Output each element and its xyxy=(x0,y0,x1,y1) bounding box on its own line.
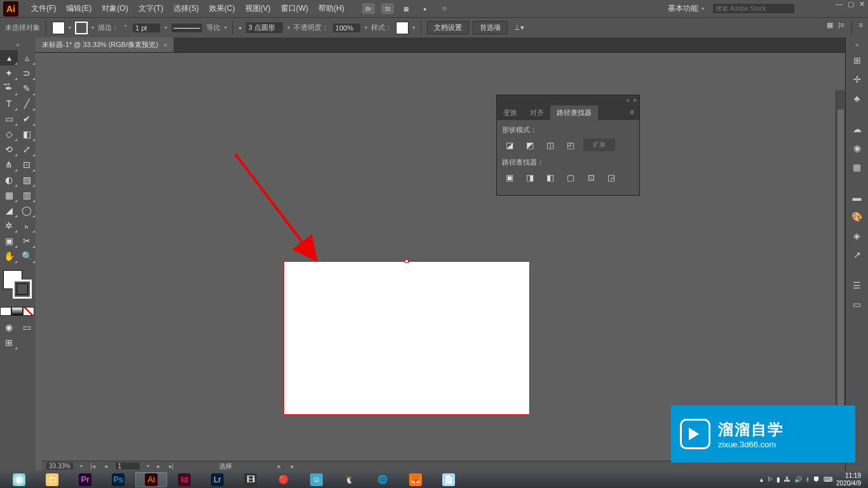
tab-transform[interactable]: 变换 xyxy=(497,105,524,120)
zoom-field[interactable]: 33.33% xyxy=(46,462,74,470)
tray-flag-icon[interactable]: ⚐ xyxy=(767,476,773,483)
tab-close-icon[interactable]: × xyxy=(163,41,167,49)
zoom-tool[interactable]: 🔍 xyxy=(18,248,36,264)
rectangle-tool[interactable]: ▭ xyxy=(0,111,18,126)
brushes-panel-icon[interactable]: ✢ xyxy=(850,72,864,86)
taskbar-app-indesign[interactable]: Id xyxy=(168,472,200,487)
profile-field[interactable] xyxy=(171,23,203,33)
paintbrush-tool[interactable]: ✔ xyxy=(18,111,36,126)
line-tool[interactable]: ╱ xyxy=(18,96,36,111)
color-mode-icon[interactable] xyxy=(0,307,11,316)
arrange-docs-icon[interactable]: ▦ xyxy=(400,3,413,14)
crop-button[interactable]: ▢ xyxy=(563,171,578,184)
selection-tool[interactable]: ▴ xyxy=(0,50,18,65)
taskbar-app-download[interactable]: 🔴 xyxy=(268,472,299,487)
tab-align[interactable]: 对齐 xyxy=(524,105,550,120)
cc-libraries-icon[interactable]: ☁ xyxy=(850,122,864,136)
transform-panel-icon[interactable]: ▦ xyxy=(827,21,833,35)
gradient-mode-icon[interactable] xyxy=(11,307,23,316)
slice-tool[interactable]: ✂ xyxy=(18,233,36,248)
lasso-tool[interactable]: ⊃ xyxy=(18,65,36,81)
free-transform-tool[interactable]: ⊡ xyxy=(18,157,36,172)
shaper-tool[interactable]: ◇ xyxy=(0,126,18,142)
minimize-icon[interactable]: — xyxy=(836,0,843,8)
sync-icon[interactable]: ⟳ xyxy=(438,3,451,14)
taskbar-app-premiere[interactable]: Pr xyxy=(69,472,101,487)
symbol-sprayer-tool[interactable]: ✲ xyxy=(0,218,18,233)
taskbar-app-chrome[interactable]: 🌐 xyxy=(367,472,398,487)
tab-pathfinder[interactable]: 路径查找器 xyxy=(550,105,598,120)
graph-tool[interactable]: ₕ xyxy=(18,218,36,233)
divide-button[interactable]: ▣ xyxy=(502,171,517,184)
taskbar-app-browser[interactable]: ◐ xyxy=(3,472,35,487)
type-tool[interactable]: T xyxy=(0,96,18,111)
chevron-down-icon[interactable]: ▾ xyxy=(702,6,704,11)
workspace-label[interactable]: 基本功能 xyxy=(668,3,698,14)
taskbar-app-lightroom[interactable]: Lr xyxy=(201,472,233,487)
maximize-icon[interactable]: ▢ xyxy=(848,0,854,8)
taskbar-app-qq[interactable]: 🐧 xyxy=(334,472,365,487)
minus-back-button[interactable]: ◲ xyxy=(604,171,619,184)
stroke-weight-field[interactable]: 1 pt xyxy=(132,23,161,33)
next-artboard-icon[interactable]: ▸ xyxy=(156,463,161,470)
tray-volume-icon[interactable]: 🔊 xyxy=(794,476,802,483)
direct-selection-tool[interactable]: ▵ xyxy=(18,50,36,65)
taskbar-app-photoshop[interactable]: Ps xyxy=(102,472,134,487)
bridge-icon[interactable]: Br xyxy=(362,3,375,14)
eyedropper-tool[interactable]: ◢ xyxy=(0,203,18,218)
export-panel-icon[interactable]: ↗ xyxy=(850,248,864,262)
exclude-button[interactable]: ◰ xyxy=(563,139,578,151)
color-panel-icon[interactable]: ◉ xyxy=(850,141,864,155)
menu-select[interactable]: 选择(S) xyxy=(168,3,204,14)
align-to-icon[interactable]: ⊥▾ xyxy=(514,24,524,32)
menu-effect[interactable]: 效果(C) xyxy=(204,3,240,14)
first-artboard-icon[interactable]: |◂ xyxy=(89,463,97,470)
screen-mode-icon[interactable]: ▭ xyxy=(18,320,36,335)
taskbar-app-notes[interactable]: 📄 xyxy=(433,472,465,487)
close-icon[interactable]: ✕ xyxy=(859,0,865,8)
gpu-icon[interactable]: ▸ xyxy=(419,3,432,14)
tray-up-icon[interactable]: ▴ xyxy=(760,476,763,483)
vertical-scrollbar[interactable] xyxy=(836,90,845,444)
draw-mode-icon[interactable]: ◉ xyxy=(0,320,18,335)
artboard[interactable] xyxy=(283,261,530,415)
outline-button[interactable]: ⊡ xyxy=(583,171,599,184)
menu-help[interactable]: 帮助(H) xyxy=(313,3,349,14)
taskbar-app-firefox[interactable]: 🦊 xyxy=(400,472,431,487)
scale-tool[interactable]: ⤢ xyxy=(18,142,36,157)
opacity-field[interactable]: 100% xyxy=(332,23,361,33)
gradient-tool[interactable]: ▥ xyxy=(18,187,36,203)
mesh-tool[interactable]: ▦ xyxy=(0,187,18,203)
stroke-link-icon[interactable]: ⌃ xyxy=(123,24,128,32)
align-panel-icon[interactable]: |≡ xyxy=(838,21,844,35)
menu-object[interactable]: 对象(O) xyxy=(97,3,133,14)
menu-file[interactable]: 文件(F) xyxy=(26,3,61,14)
properties-panel-icon[interactable]: ⊞ xyxy=(850,53,864,67)
tray-battery-icon[interactable]: ▮ xyxy=(776,476,780,483)
artboard-nav-field[interactable]: 1 xyxy=(115,462,140,470)
pen-tool[interactable]: ✒ xyxy=(0,81,18,96)
expand-button[interactable]: 扩展 xyxy=(583,139,615,151)
intersect-button[interactable]: ◫ xyxy=(543,139,558,151)
menu-type[interactable]: 文字(T) xyxy=(133,3,168,14)
artboards-panel-icon[interactable]: ▭ xyxy=(850,297,864,311)
menu-view[interactable]: 视图(V) xyxy=(240,3,276,14)
symbols-panel-icon[interactable]: ♣ xyxy=(850,92,864,105)
panel-menu-icon[interactable]: ≡ xyxy=(859,21,863,35)
hand-tool[interactable]: ✋ xyxy=(0,248,18,264)
taskbar-app-chat[interactable]: ☺ xyxy=(301,472,332,487)
layers-panel-icon[interactable]: ☰ xyxy=(850,278,864,292)
artboard-tool[interactable]: ▣ xyxy=(0,233,18,248)
eraser-tool[interactable]: ◧ xyxy=(18,126,36,142)
tray-input-icon[interactable]: ⌨ xyxy=(824,476,832,483)
last-artboard-icon[interactable]: ▸| xyxy=(168,463,175,470)
menu-edit[interactable]: 编辑(E) xyxy=(61,3,97,14)
prev-artboard-icon[interactable]: ◂ xyxy=(103,463,109,470)
stroke-swatch[interactable] xyxy=(75,22,88,34)
panel-collapse-icon[interactable]: « xyxy=(627,97,630,104)
taskbar-app-illustrator[interactable]: Ai xyxy=(135,472,167,487)
blend-tool[interactable]: ◯ xyxy=(18,203,36,218)
rotate-tool[interactable]: ⟲ xyxy=(0,142,18,157)
minus-front-button[interactable]: ◩ xyxy=(522,139,538,151)
width-tool[interactable]: ⋔ xyxy=(0,157,18,172)
